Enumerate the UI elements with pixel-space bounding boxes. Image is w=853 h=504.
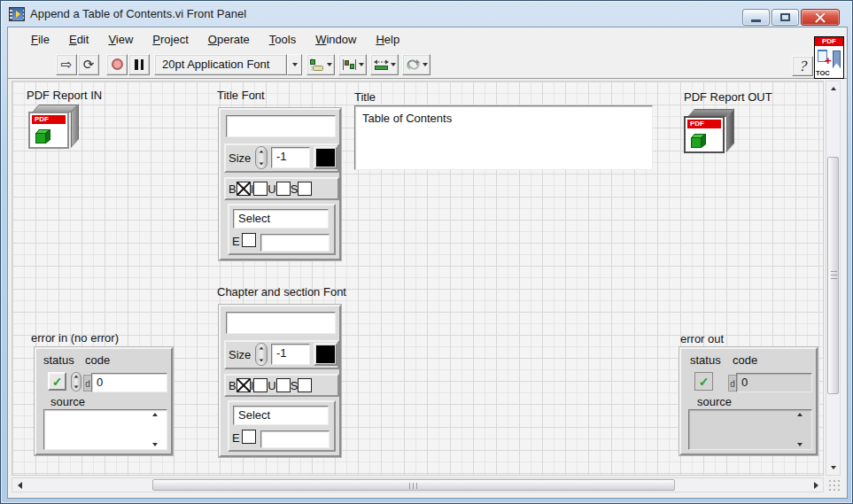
code-radix[interactable]: d bbox=[83, 375, 91, 392]
strikeout-checkbox[interactable] bbox=[298, 182, 312, 196]
size-field[interactable]: -1 bbox=[271, 147, 310, 168]
status-boolean-control[interactable]: ✓ bbox=[48, 372, 66, 391]
source-label: source bbox=[697, 395, 732, 408]
horizontal-scrollbar-thumb[interactable] bbox=[152, 479, 675, 491]
font-selector[interactable]: 20pt Application Font bbox=[154, 54, 287, 75]
scroll-down-button[interactable] bbox=[826, 461, 840, 475]
run-button[interactable]: ⇨ bbox=[56, 54, 77, 75]
maximize-button[interactable] bbox=[772, 9, 799, 26]
error-in-label: error in (no error) bbox=[31, 331, 119, 345]
distribute-objects-icon bbox=[342, 58, 357, 71]
source-field[interactable] bbox=[43, 409, 167, 450]
pause-button[interactable] bbox=[128, 54, 150, 75]
underline-label: U bbox=[268, 182, 275, 196]
titlebar[interactable]: Append a Table of Contents.vi Front Pane… bbox=[1, 1, 852, 27]
size-label: Size bbox=[229, 151, 251, 165]
window-controls bbox=[742, 9, 840, 26]
vi-icon-caption: TOC bbox=[816, 69, 830, 77]
horizontal-scrollbar[interactable] bbox=[12, 477, 824, 492]
bold-label: B bbox=[229, 182, 237, 196]
menu-operate[interactable]: Operate bbox=[199, 30, 259, 49]
enable-checkbox[interactable] bbox=[242, 233, 256, 247]
run-continuously-button[interactable]: ⟳ bbox=[78, 54, 99, 75]
chapter-font-name-field[interactable] bbox=[226, 312, 336, 334]
strikeout-checkbox[interactable] bbox=[298, 378, 312, 392]
run-icon: ⇨ bbox=[61, 58, 73, 71]
vi-icon-pdf-banner: PDF bbox=[815, 37, 843, 46]
enable-value-field[interactable] bbox=[260, 430, 330, 448]
strikeout-label: S bbox=[291, 182, 299, 196]
enable-checkbox[interactable] bbox=[242, 430, 256, 444]
scroll-right-button[interactable] bbox=[809, 478, 823, 492]
resize-grip[interactable] bbox=[826, 477, 841, 492]
strikeout-label: S bbox=[291, 379, 299, 392]
chapter-font-cluster: Size -1 B I U S bbox=[219, 305, 341, 457]
status-label: status bbox=[690, 353, 721, 367]
size-spinner[interactable] bbox=[255, 343, 268, 366]
title-font-select-group: Select E bbox=[228, 204, 336, 255]
font-select-field[interactable]: Select bbox=[233, 406, 329, 425]
pdf-report-in-label: PDF Report IN bbox=[27, 89, 102, 102]
reorder-objects-button[interactable] bbox=[402, 54, 430, 75]
enable-value-field[interactable] bbox=[260, 234, 330, 252]
scroll-up-button[interactable] bbox=[826, 81, 840, 96]
close-button[interactable] bbox=[801, 9, 840, 26]
pdf-report-out-label: PDF Report OUT bbox=[684, 90, 772, 104]
abort-button[interactable] bbox=[106, 54, 128, 75]
code-field[interactable]: 0 bbox=[91, 373, 167, 392]
title-font-name-field[interactable] bbox=[226, 115, 336, 137]
menu-help[interactable]: Help bbox=[367, 30, 408, 49]
minimize-button[interactable] bbox=[742, 9, 770, 26]
close-icon bbox=[815, 12, 826, 23]
underline-checkbox[interactable] bbox=[276, 378, 291, 392]
menu-view[interactable]: View bbox=[99, 30, 142, 49]
size-field[interactable]: -1 bbox=[271, 344, 310, 365]
context-help-button[interactable]: ? bbox=[792, 56, 813, 76]
code-label: code bbox=[85, 353, 110, 367]
pause-icon bbox=[135, 59, 143, 70]
align-objects-button[interactable] bbox=[306, 54, 335, 75]
menu-window[interactable]: Window bbox=[306, 30, 365, 49]
menu-project[interactable]: Project bbox=[143, 30, 197, 49]
source-scrollbar[interactable] bbox=[795, 413, 805, 446]
distribute-objects-button[interactable] bbox=[338, 54, 367, 75]
italic-checkbox[interactable] bbox=[253, 378, 268, 392]
bold-checkbox[interactable] bbox=[237, 182, 251, 196]
title-string-field[interactable]: Table of Contents bbox=[354, 105, 653, 170]
font-color-swatch[interactable] bbox=[314, 343, 337, 366]
italic-checkbox[interactable] bbox=[253, 182, 268, 196]
cube-icon bbox=[691, 133, 707, 148]
chapter-font-size-group: Size -1 bbox=[224, 340, 339, 369]
underline-checkbox[interactable] bbox=[276, 182, 291, 196]
size-spinner[interactable] bbox=[255, 146, 268, 169]
enable-label: E bbox=[232, 431, 240, 445]
code-spinner[interactable] bbox=[71, 372, 81, 392]
font-selector-dropdown-button[interactable] bbox=[287, 54, 302, 75]
pdf-report-in-control[interactable]: PDF bbox=[28, 105, 80, 151]
chevron-down-icon bbox=[391, 63, 396, 66]
plus-icon: + bbox=[825, 57, 833, 65]
check-icon: ✓ bbox=[699, 375, 710, 389]
menu-tools[interactable]: Tools bbox=[260, 30, 305, 49]
chapter-font-label: Chapter and section Font bbox=[217, 285, 346, 299]
pdf-banner: PDF bbox=[32, 115, 66, 124]
size-label: Size bbox=[229, 348, 251, 361]
menu-edit[interactable]: Edit bbox=[60, 30, 97, 49]
vertical-scrollbar-thumb[interactable] bbox=[827, 157, 839, 394]
labview-app-icon bbox=[9, 7, 25, 21]
bold-checkbox[interactable] bbox=[237, 378, 251, 392]
font-select-field[interactable]: Select bbox=[233, 209, 329, 229]
run-continuously-icon: ⟳ bbox=[83, 58, 95, 71]
check-icon: ✓ bbox=[52, 375, 63, 389]
source-scrollbar[interactable] bbox=[150, 413, 160, 446]
menu-file[interactable]: File bbox=[22, 30, 58, 49]
error-out-label: error out bbox=[680, 332, 724, 345]
menu-bar: File Edit View Project Operate Tools Win… bbox=[8, 27, 847, 50]
resize-objects-button[interactable] bbox=[370, 54, 399, 75]
vertical-scrollbar[interactable] bbox=[826, 81, 841, 476]
font-color-swatch[interactable] bbox=[314, 146, 337, 169]
vi-icon[interactable]: PDF + TOC bbox=[814, 36, 844, 79]
chevron-down-icon bbox=[327, 63, 332, 66]
pdf-banner: PDF bbox=[687, 120, 721, 128]
scroll-left-button[interactable] bbox=[12, 478, 27, 492]
